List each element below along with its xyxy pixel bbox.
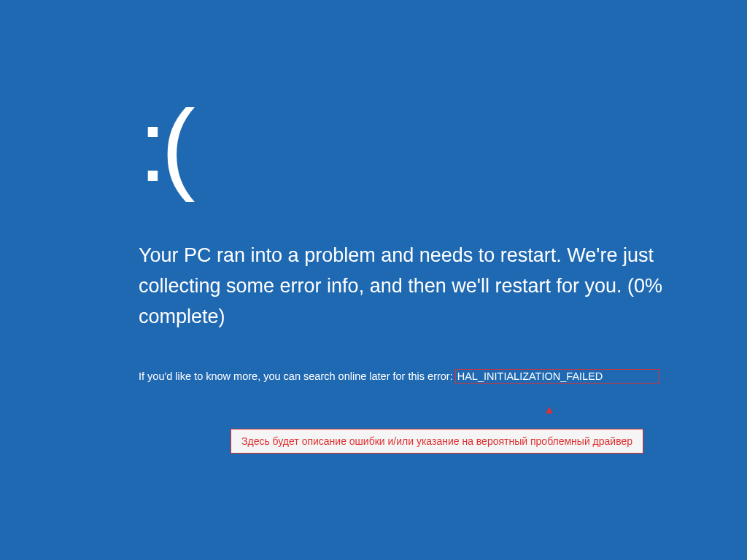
annotation-arrow-container: ▲	[543, 404, 555, 416]
detail-prefix: If you'd like to know more, you can sear…	[139, 370, 453, 382]
arrow-up-icon: ▲	[543, 404, 555, 416]
annotation-text: Здесь будет описание ошибки и/или указан…	[241, 435, 632, 447]
error-code-highlight: HAL_INITIALIZATION_FAILED	[455, 369, 659, 384]
message-line-2: collecting some error info, and then we'…	[139, 275, 662, 297]
error-message: Your PC ran into a problem and needs to …	[139, 241, 700, 332]
message-line-1: Your PC ran into a problem and needs to …	[139, 244, 654, 266]
annotation-callout: Здесь будет описание ошибки и/или указан…	[231, 429, 643, 454]
sad-face-icon: :(	[139, 95, 700, 197]
bsod-content: :( Your PC ran into a problem and needs …	[139, 95, 700, 384]
message-line-3: complete)	[139, 306, 225, 327]
error-detail-line: If you'd like to know more, you can sear…	[139, 369, 700, 384]
error-code: HAL_INITIALIZATION_FAILED	[457, 370, 603, 382]
